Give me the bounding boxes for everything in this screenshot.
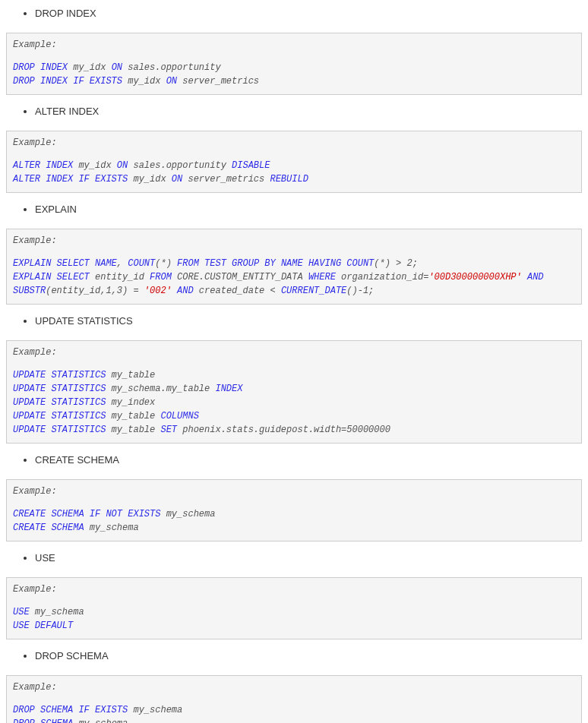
code-line: DROP INDEX IF EXISTS my_idx ON server_me… [13, 74, 575, 88]
code-token: phoenix.stats.guidepost.width=50000000 [177, 425, 390, 435]
code-token: EXPLAIN SELECT [13, 272, 90, 283]
code-token: UPDATE STATISTICS [13, 411, 106, 421]
code-line: DROP SCHEMA my_schema [13, 717, 575, 723]
section-title: EXPLAIN [35, 202, 582, 221]
section-title: CREATE SCHEMA [35, 453, 582, 472]
code-token: FROM TEST GROUP BY NAME HAVING COUNT [177, 258, 374, 269]
example-label: Example: [13, 346, 575, 359]
code-token: UPDATE STATISTICS [13, 397, 106, 408]
code-line: EXPLAIN SELECT entity_id FROM CORE.CUSTO… [13, 270, 575, 298]
code-token: my_schema [128, 705, 182, 715]
code-token: my_schema [73, 718, 128, 723]
example-label: Example: [13, 583, 575, 596]
code-token: ALTER INDEX [13, 160, 73, 171]
code-line: CREATE SCHEMA my_schema [13, 521, 575, 535]
code-token [544, 272, 549, 283]
code-token: AND [177, 286, 194, 296]
code-line: ALTER INDEX my_idx ON sales.opportunity … [13, 159, 575, 172]
code-token: '002' [144, 286, 172, 296]
section-bullet-list: ALTER INDEX [6, 104, 582, 123]
code-line: EXPLAIN SELECT NAME, COUNT(*) FROM TEST … [13, 257, 575, 270]
example-box: Example:ALTER INDEX my_idx ON sales.oppo… [6, 131, 582, 193]
section-bullet-list: USE [6, 551, 582, 570]
code-line: USE my_schema [13, 605, 575, 619]
code-token: entity_id [90, 272, 150, 283]
example-box: Example:CREATE SCHEMA IF NOT EXISTS my_s… [6, 479, 582, 541]
code-token: SET [160, 425, 177, 435]
code-block: USE my_schemaUSE DEFAULT [13, 605, 575, 633]
code-token: EXPLAIN SELECT NAME [13, 258, 117, 269]
code-line: UPDATE STATISTICS my_table [13, 368, 575, 382]
example-box: Example:UPDATE STATISTICS my_tableUPDATE… [6, 340, 582, 444]
section-title: ALTER INDEX [35, 104, 582, 123]
code-token [172, 286, 177, 296]
code-token: DROP INDEX [13, 62, 68, 73]
code-line: CREATE SCHEMA IF NOT EXISTS my_schema [13, 507, 575, 521]
code-token: , [117, 258, 128, 269]
example-box: Example:USE my_schemaUSE DEFAULT [6, 577, 582, 639]
section-title: USE [35, 551, 582, 570]
section-title: DROP SCHEMA [35, 649, 582, 668]
code-token: COUNT [128, 258, 155, 269]
section-bullet-list: UPDATE STATISTICS [6, 314, 582, 333]
code-token: ON [166, 76, 177, 87]
code-block: CREATE SCHEMA IF NOT EXISTS my_schemaCRE… [13, 507, 575, 535]
code-token: ON [117, 160, 128, 171]
code-token: DISABLE [232, 160, 270, 171]
section-bullet-list: EXPLAIN [6, 202, 582, 221]
code-block: ALTER INDEX my_idx ON sales.opportunity … [13, 159, 575, 186]
code-token: CORE.CUSTOM_ENTITY_DATA [172, 272, 308, 283]
code-token: sales.opportunity [128, 160, 232, 171]
code-token: ON [172, 174, 182, 185]
code-token: my_idx [122, 76, 166, 87]
code-line: ALTER INDEX IF EXISTS my_idx ON server_m… [13, 172, 575, 186]
code-token: REBUILD [270, 174, 308, 185]
code-line: UPDATE STATISTICS my_table SET phoenix.s… [13, 423, 575, 437]
code-token: ON [112, 62, 122, 73]
code-token: CREATE SCHEMA [13, 523, 84, 533]
code-token: CREATE SCHEMA IF NOT EXISTS [13, 509, 160, 519]
code-token: my_schema [84, 523, 139, 533]
code-line: DROP SCHEMA IF EXISTS my_schema [13, 703, 575, 717]
code-token: WHERE [308, 272, 336, 283]
example-box: Example:EXPLAIN SELECT NAME, COUNT(*) FR… [6, 229, 582, 305]
code-line: UPDATE STATISTICS my_schema.my_table IND… [13, 382, 575, 396]
example-box: Example:DROP INDEX my_idx ON sales.oppor… [6, 33, 582, 95]
code-token: '00D300000000XHP' [428, 272, 521, 283]
code-token: (entity_id,1,3) = [46, 286, 144, 296]
code-block: DROP INDEX my_idx ON sales.opportunityDR… [13, 61, 575, 88]
code-token: my_idx [68, 62, 112, 73]
code-block: DROP SCHEMA IF EXISTS my_schemaDROP SCHE… [13, 703, 575, 723]
code-token: DROP SCHEMA [13, 718, 73, 723]
code-token: UPDATE STATISTICS [13, 384, 106, 394]
code-token: DROP SCHEMA IF EXISTS [13, 705, 128, 715]
section-bullet-list: DROP INDEX [6, 6, 582, 25]
code-block: UPDATE STATISTICS my_tableUPDATE STATIST… [13, 368, 575, 437]
example-label: Example: [13, 136, 575, 150]
code-token: my_schema [30, 607, 84, 617]
code-token: INDEX [215, 384, 242, 394]
code-line: DROP INDEX my_idx ON sales.opportunity [13, 61, 575, 74]
code-token: my_idx [128, 174, 172, 185]
code-token: my_schema.my_table [106, 384, 215, 394]
example-label: Example: [13, 485, 575, 498]
code-token: my_idx [73, 160, 117, 171]
code-token: UPDATE STATISTICS [13, 370, 106, 380]
code-token [522, 272, 527, 283]
code-token: SUBSTR [13, 286, 46, 296]
code-token: server_metrics [177, 76, 259, 87]
code-token: my_table [106, 425, 160, 435]
code-token: COLUMNS [160, 411, 198, 421]
document-content: DROP INDEXExample:DROP INDEX my_idx ON s… [6, 6, 582, 723]
code-token: DROP INDEX IF EXISTS [13, 76, 122, 87]
code-token: USE [13, 607, 30, 617]
code-token: my_table [106, 370, 155, 380]
code-token: my_table [106, 411, 160, 421]
code-token: AND [527, 272, 544, 283]
code-token: my_index [106, 397, 155, 408]
code-token: CURRENT_DATE [281, 286, 346, 296]
code-token: sales.opportunity [122, 62, 221, 73]
code-token: server_metrics [182, 174, 270, 185]
code-line: UPDATE STATISTICS my_table COLUMNS [13, 409, 575, 423]
code-token: FROM [150, 272, 172, 283]
